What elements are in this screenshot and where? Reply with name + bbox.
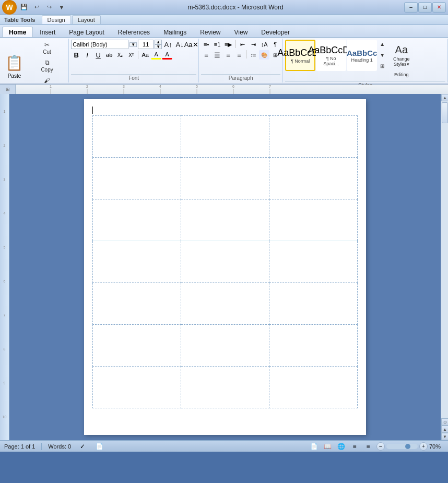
ruler-mark-1: 1 bbox=[47, 85, 54, 94]
line-spacing-button[interactable]: ↕≡ bbox=[248, 50, 258, 60]
highlight-color-button[interactable]: A bbox=[151, 50, 161, 60]
select-browse-object-button[interactable]: ⊙ bbox=[441, 418, 448, 426]
decrease-font-size-btn[interactable]: ▼ bbox=[155, 44, 162, 49]
customize-qat-button[interactable]: ▼ bbox=[56, 2, 67, 13]
ribbon-tab-home[interactable]: Home bbox=[2, 27, 33, 37]
table-cell[interactable] bbox=[93, 283, 181, 325]
ruler-corner[interactable]: ⊞ bbox=[0, 85, 16, 94]
table-cell[interactable] bbox=[93, 158, 181, 199]
italic-button[interactable]: I bbox=[82, 50, 92, 60]
ribbon-tab-insert[interactable]: Insert bbox=[33, 27, 62, 37]
superscript-button[interactable]: X² bbox=[126, 50, 136, 60]
redo-button[interactable]: ↪ bbox=[44, 2, 54, 13]
decrease-indent-button[interactable]: ⇤ bbox=[237, 40, 247, 49]
table-cell[interactable] bbox=[93, 241, 181, 283]
table-cell[interactable] bbox=[181, 116, 269, 158]
grow-font-button[interactable]: A↑ bbox=[163, 40, 173, 49]
close-button[interactable]: ✕ bbox=[432, 2, 446, 13]
table-cell[interactable] bbox=[181, 241, 269, 283]
save-quick-button[interactable]: 💾 bbox=[19, 2, 29, 13]
bold-button[interactable]: B bbox=[71, 50, 81, 60]
table-cell[interactable] bbox=[181, 158, 269, 199]
table-cell[interactable] bbox=[269, 116, 358, 158]
subscript-button[interactable]: X₂ bbox=[115, 50, 125, 60]
increase-indent-button[interactable]: ⇥ bbox=[248, 40, 258, 49]
paste-button[interactable]: 📋 bbox=[2, 53, 27, 73]
zoom-out-button[interactable]: – bbox=[376, 442, 385, 451]
styles-scroll-down[interactable]: ▼ bbox=[378, 51, 387, 60]
change-case-button[interactable]: Aa bbox=[140, 50, 150, 60]
minimize-button[interactable]: – bbox=[404, 2, 418, 13]
scroll-track[interactable] bbox=[441, 101, 448, 418]
style-no-spacing[interactable]: AaBbCcDc ¶ No Spaci... bbox=[316, 40, 346, 71]
multilevel-list-button[interactable]: ≡▶ bbox=[223, 40, 233, 49]
font-size-input[interactable] bbox=[138, 40, 154, 49]
scroll-thumb[interactable] bbox=[442, 102, 448, 123]
next-page-button[interactable]: ▼ bbox=[441, 433, 448, 440]
editing-button[interactable]: Editing bbox=[391, 70, 412, 79]
justify-button[interactable]: ≡ bbox=[234, 50, 244, 60]
table-cell[interactable] bbox=[269, 241, 358, 283]
strikethrough-button[interactable]: ab bbox=[104, 50, 114, 60]
numbering-button[interactable]: ≡1 bbox=[212, 40, 222, 49]
zoom-slider-thumb[interactable] bbox=[405, 444, 410, 449]
table-cell[interactable] bbox=[269, 199, 358, 241]
table-cell[interactable] bbox=[269, 158, 358, 199]
proofing-button[interactable]: ✓ bbox=[77, 442, 88, 451]
font-color-button[interactable]: A bbox=[162, 50, 172, 60]
ribbon-tab-review[interactable]: Review bbox=[193, 27, 227, 37]
styles-more[interactable]: ⊞ bbox=[378, 62, 387, 71]
outline-button[interactable]: ≡ bbox=[349, 442, 360, 451]
table-cell[interactable] bbox=[269, 325, 358, 367]
align-left-button[interactable]: ≡ bbox=[201, 50, 211, 60]
draft-button[interactable]: ≡ bbox=[363, 442, 373, 451]
table-cell[interactable] bbox=[181, 325, 269, 367]
ribbon-tab-pagelayout[interactable]: Page Layout bbox=[62, 27, 111, 37]
align-center-button[interactable]: ☰ bbox=[212, 50, 222, 60]
font-name-input[interactable] bbox=[71, 40, 128, 49]
office-button[interactable]: W bbox=[2, 0, 17, 15]
ribbon-tab-references[interactable]: References bbox=[111, 27, 157, 37]
change-styles-button[interactable]: Aa Change Styles▾ bbox=[390, 42, 413, 68]
clear-formatting-button[interactable]: Aa✕ bbox=[186, 40, 196, 49]
prev-page-button[interactable]: ▲ bbox=[441, 426, 448, 433]
shrink-font-button[interactable]: A↓ bbox=[174, 40, 185, 49]
ribbon-tab-developer[interactable]: Developer bbox=[254, 27, 297, 37]
document[interactable] bbox=[84, 99, 366, 435]
underline-button[interactable]: U bbox=[93, 50, 103, 60]
table-cell[interactable] bbox=[93, 325, 181, 367]
tab-design[interactable]: Design bbox=[42, 15, 71, 24]
table-cell[interactable] bbox=[93, 367, 181, 408]
table-cell[interactable] bbox=[93, 199, 181, 241]
copy-button[interactable]: ⧉Copy bbox=[28, 57, 66, 74]
table-cell[interactable] bbox=[269, 283, 358, 325]
zoom-slider[interactable] bbox=[386, 444, 418, 449]
table-cell[interactable] bbox=[181, 367, 269, 408]
scroll-up-button[interactable]: ▲ bbox=[441, 94, 448, 101]
table-cell[interactable] bbox=[93, 116, 181, 158]
tab-layout[interactable]: Layout bbox=[72, 15, 101, 24]
zoom-in-button[interactable]: + bbox=[419, 442, 428, 451]
maximize-button[interactable]: □ bbox=[418, 2, 432, 13]
align-right-button[interactable]: ≡ bbox=[223, 50, 233, 60]
sort-button[interactable]: ↕A bbox=[259, 40, 269, 49]
ribbon-tab-mailings[interactable]: Mailings bbox=[157, 27, 193, 37]
web-layout-button[interactable]: 🌐 bbox=[336, 442, 346, 451]
font-name-dropdown[interactable]: ▼ bbox=[129, 42, 137, 47]
undo-button[interactable]: ↩ bbox=[31, 2, 42, 13]
table-cell[interactable] bbox=[269, 367, 358, 408]
cut-button[interactable]: ✂Cut bbox=[28, 40, 66, 56]
style-heading1[interactable]: AaBbCc Heading 1 bbox=[347, 40, 377, 71]
layout-view-button[interactable]: 📄 bbox=[94, 442, 104, 451]
bullets-button[interactable]: ≡• bbox=[201, 40, 211, 49]
ribbon-tab-view[interactable]: View bbox=[228, 27, 255, 37]
table-cell[interactable] bbox=[181, 283, 269, 325]
full-reading-button[interactable]: 📖 bbox=[322, 442, 333, 451]
table-cell[interactable] bbox=[181, 199, 269, 241]
increase-font-size-btn[interactable]: ▲ bbox=[155, 40, 162, 44]
print-layout-button[interactable]: 📄 bbox=[309, 442, 319, 451]
document-table[interactable] bbox=[92, 115, 358, 408]
shading-button[interactable]: 🎨 bbox=[259, 50, 269, 60]
styles-scroll-up[interactable]: ▲ bbox=[378, 40, 387, 49]
status-sep-1 bbox=[41, 443, 42, 450]
